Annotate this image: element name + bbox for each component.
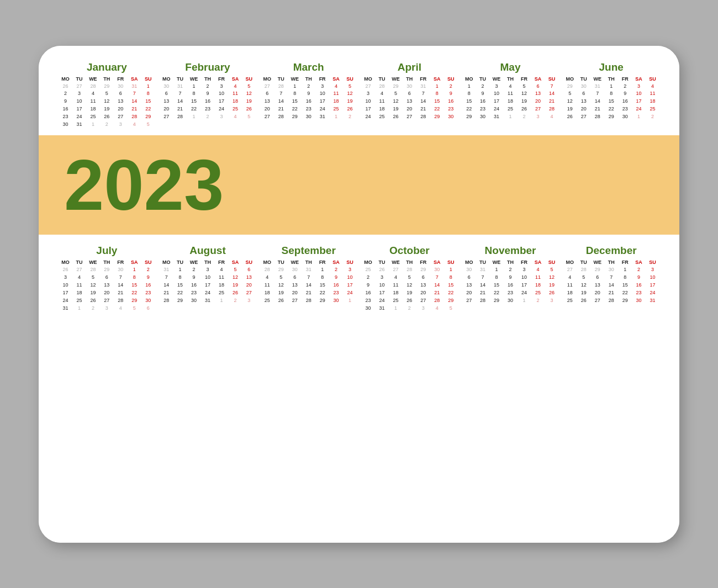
calendar-day: 23: [187, 289, 201, 297]
calendar-day: 25: [389, 297, 403, 305]
day-headers-october: MOTUWETHFRSASU: [361, 259, 458, 265]
calendar-day: 18: [214, 282, 228, 289]
calendar-day: 25: [260, 297, 274, 305]
calendar-day: 17: [343, 282, 357, 289]
calendar-day: 1: [604, 83, 618, 91]
calendar-day: 29: [444, 297, 458, 305]
calendar-day: 2: [100, 121, 114, 129]
calendar-day: 30: [632, 297, 646, 305]
calendar-day: 26: [375, 266, 389, 274]
calendar-day: 18: [646, 98, 659, 105]
calendar-day: 16: [476, 98, 490, 105]
calendar-day: 29: [416, 266, 430, 274]
calendar-day: 3: [416, 305, 430, 312]
calendar-day: 16: [201, 98, 215, 105]
calendar-day: 6: [590, 274, 604, 282]
calendar-day: 8: [187, 90, 201, 98]
month-name-march: March: [260, 61, 357, 73]
calendar-day: 2: [343, 113, 357, 121]
month-name-february: February: [160, 61, 256, 73]
calendar-day: 4: [72, 274, 86, 282]
calendar-day: 29: [389, 83, 403, 91]
calendar-day: 28: [86, 83, 100, 91]
calendar-day: 1: [430, 83, 444, 91]
calendar-day: 17: [490, 98, 504, 105]
month-june: JuneMOTUWETHFRSASU2930311234567891011121…: [563, 61, 659, 129]
calendar-day: 5: [274, 274, 288, 282]
calendar-day: 25: [361, 266, 375, 274]
calendar-day: 13: [242, 274, 256, 282]
calendar-day: 29: [604, 113, 618, 121]
calendar-day: 11: [504, 90, 518, 98]
calendar-day: 5: [545, 266, 558, 274]
calendar-day: 24: [214, 105, 228, 113]
day-headers-july: MOTUWETHFRSASU: [59, 259, 155, 265]
calendar-day: 2: [361, 274, 375, 282]
calendar-day: 27: [462, 297, 476, 305]
calendar-day: 10: [361, 98, 375, 105]
calendar-day: 21: [545, 98, 558, 105]
calendar-day: 26: [59, 266, 72, 274]
calendar-day: 28: [430, 297, 444, 305]
calendar-day: 29: [462, 113, 476, 121]
day-headers-november: MOTUWETHFRSASU: [462, 259, 559, 265]
calendar-day: 16: [361, 289, 375, 297]
calendar-day: 1: [141, 83, 155, 91]
calendar-day: 23: [632, 289, 646, 297]
calendar-day: 16: [59, 105, 72, 113]
calendar-day: 23: [302, 105, 315, 113]
calendar-day: 13: [288, 282, 302, 289]
calendar-day: 14: [416, 98, 430, 105]
day-headers-march: MOTUWETHFRSASU: [260, 76, 357, 82]
calendar-day: 24: [490, 105, 504, 113]
calendar-day: 1: [618, 266, 632, 274]
calendar-day: 1: [343, 297, 357, 305]
calendar-day: 12: [343, 90, 357, 98]
month-may: MayMOTUWETHFRSASU12345678910111213141516…: [462, 61, 559, 129]
calendar-day: 14: [274, 98, 288, 105]
calendar-day: 17: [632, 98, 646, 105]
calendar-day: 30: [618, 113, 632, 121]
calendar-day: 6: [577, 90, 590, 98]
calendar-day: 31: [315, 113, 329, 121]
calendar-day: 24: [201, 289, 215, 297]
calendar-day: 25: [563, 297, 577, 305]
calendar-day: 25: [86, 113, 100, 121]
calendar-day: 7: [302, 274, 315, 282]
calendar-day: 5: [141, 121, 155, 129]
calendar-day: 31: [590, 83, 604, 91]
calendar-day: 3: [201, 266, 215, 274]
calendar-day: 21: [173, 105, 187, 113]
calendar-day: 19: [563, 105, 577, 113]
calendar-day: 21: [302, 289, 315, 297]
calendar-day: 1: [187, 83, 201, 91]
calendar-day: 7: [476, 274, 490, 282]
calendar-day: 6: [160, 90, 173, 98]
month-july: JulyMOTUWETHFRSASU2627282930123456789101…: [59, 245, 155, 312]
day-headers-august: MOTUWETHFRSASU: [160, 259, 256, 265]
calendar-day: 9: [504, 274, 518, 282]
calendar-day: 26: [228, 289, 242, 297]
calendar-day: 15: [430, 98, 444, 105]
cal-grid-may: 1234567891011121314151617181920212223242…: [462, 83, 559, 121]
calendar-day: 6: [403, 90, 416, 98]
bottom-months-section: JulyMOTUWETHFRSASU2627282930123456789101…: [39, 235, 679, 542]
calendar-day: 28: [274, 83, 288, 91]
calendar-day: 2: [86, 305, 100, 312]
calendar-day: 26: [274, 297, 288, 305]
calendar-day: 18: [504, 98, 518, 105]
calendar-day: 4: [228, 83, 242, 91]
calendar-day: 31: [375, 305, 389, 312]
calendar-day: 5: [242, 83, 256, 91]
calendar-day: 8: [604, 90, 618, 98]
calendar-day: 22: [315, 289, 329, 297]
calendar-day: 24: [632, 105, 646, 113]
month-name-december: December: [563, 245, 659, 257]
calendar-day: 26: [403, 297, 416, 305]
calendar-day: 28: [173, 113, 187, 121]
calendar-day: 22: [187, 105, 201, 113]
calendar-day: 24: [72, 113, 86, 121]
calendar-day: 10: [201, 274, 215, 282]
calendar-day: 4: [128, 121, 141, 129]
calendar-day: 9: [444, 90, 458, 98]
